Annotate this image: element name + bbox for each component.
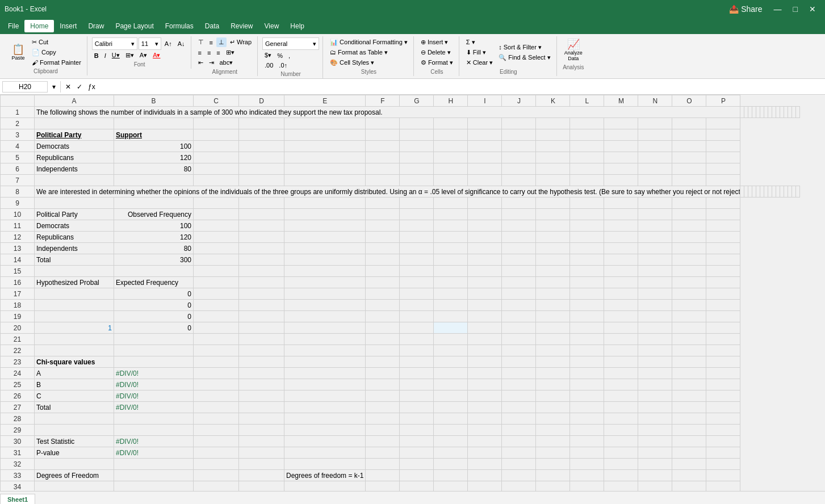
cell-H19[interactable] <box>434 311 468 322</box>
cell-B13[interactable]: 80 <box>114 243 194 254</box>
cell-B22[interactable] <box>114 345 194 356</box>
insert-button[interactable]: ⊕ Insert ▾ <box>418 37 455 47</box>
cell-M7[interactable] <box>604 175 638 186</box>
cell-B32[interactable] <box>114 459 194 470</box>
cell-N5[interactable] <box>638 152 672 163</box>
cell-A28[interactable] <box>35 413 114 425</box>
cell-C13[interactable] <box>194 243 239 254</box>
cell-D8[interactable] <box>748 186 752 198</box>
cell-C2[interactable] <box>194 118 239 129</box>
cell-L28[interactable] <box>570 413 604 425</box>
cell-P17[interactable] <box>706 288 740 300</box>
cell-F28[interactable] <box>366 413 400 425</box>
decrease-font-size-button[interactable]: A↓ <box>175 39 187 48</box>
cell-F15[interactable] <box>366 266 400 277</box>
cell-A29[interactable] <box>35 425 114 436</box>
cell-D27[interactable] <box>239 402 284 413</box>
share-button[interactable]: 📤 Share <box>725 2 767 16</box>
cell-O8[interactable] <box>792 186 796 198</box>
cell-D21[interactable] <box>239 334 284 345</box>
cell-G23[interactable] <box>400 356 434 368</box>
cell-P11[interactable] <box>706 220 740 232</box>
cell-P32[interactable] <box>706 459 740 470</box>
cell-M33[interactable] <box>604 470 638 481</box>
cell-N28[interactable] <box>638 413 672 425</box>
cell-J4[interactable] <box>502 141 536 152</box>
cell-H9[interactable] <box>434 198 468 209</box>
cell-L32[interactable] <box>570 459 604 470</box>
col-header-O[interactable]: O <box>672 95 706 107</box>
cell-F26[interactable] <box>366 390 400 402</box>
cell-B8[interactable] <box>740 186 744 198</box>
cell-L15[interactable] <box>570 266 604 277</box>
underline-button[interactable]: U▾ <box>110 51 122 60</box>
cell-D25[interactable] <box>239 379 284 390</box>
cell-D17[interactable] <box>239 288 284 300</box>
cell-P33[interactable] <box>706 470 740 481</box>
bold-button[interactable]: B <box>92 51 101 60</box>
cell-G34[interactable] <box>400 481 434 492</box>
cell-I19[interactable] <box>468 311 502 322</box>
cell-E5[interactable] <box>284 152 366 163</box>
cell-B24[interactable]: #DIV/0! <box>114 368 194 379</box>
menu-help[interactable]: Help <box>284 20 310 32</box>
cell-H2[interactable] <box>434 118 468 129</box>
cell-M19[interactable] <box>604 311 638 322</box>
cell-L13[interactable] <box>570 243 604 254</box>
cell-N18[interactable] <box>638 300 672 311</box>
cell-K11[interactable] <box>536 220 570 232</box>
cell-F7[interactable] <box>366 175 400 186</box>
cell-I11[interactable] <box>468 220 502 232</box>
cell-C25[interactable] <box>194 379 239 390</box>
cell-I31[interactable] <box>468 447 502 459</box>
cell-N9[interactable] <box>638 198 672 209</box>
cell-L14[interactable] <box>570 254 604 266</box>
cell-N24[interactable] <box>638 368 672 379</box>
cell-J18[interactable] <box>502 300 536 311</box>
cell-F21[interactable] <box>366 334 400 345</box>
cell-K23[interactable] <box>536 356 570 368</box>
cell-P7[interactable] <box>706 175 740 186</box>
cell-A33[interactable]: Degrees of Freedom <box>35 470 114 481</box>
cell-M4[interactable] <box>604 141 638 152</box>
col-header-P[interactable]: P <box>706 95 740 107</box>
cell-G29[interactable] <box>400 425 434 436</box>
decrease-indent-button[interactable]: ⇤ <box>196 58 206 68</box>
cell-B21[interactable] <box>114 334 194 345</box>
cell-C4[interactable] <box>194 141 239 152</box>
cell-E34[interactable] <box>284 481 366 492</box>
cell-F8[interactable] <box>756 186 760 198</box>
cell-H20[interactable] <box>434 322 468 334</box>
font-size-dropdown[interactable]: 11 ▾ <box>139 37 161 50</box>
cell-H17[interactable] <box>434 288 468 300</box>
cell-F30[interactable] <box>366 436 400 447</box>
cell-G27[interactable] <box>400 402 434 413</box>
cell-N6[interactable] <box>638 163 672 175</box>
cell-M25[interactable] <box>604 379 638 390</box>
cell-K13[interactable] <box>536 243 570 254</box>
cell-D9[interactable] <box>239 198 284 209</box>
menu-file[interactable]: File <box>2 20 24 32</box>
cell-I30[interactable] <box>468 436 502 447</box>
cell-J32[interactable] <box>502 459 536 470</box>
cell-P27[interactable] <box>706 402 740 413</box>
cell-J16[interactable] <box>502 277 536 288</box>
cell-G28[interactable] <box>400 413 434 425</box>
cell-E18[interactable] <box>284 300 366 311</box>
cell-M22[interactable] <box>604 345 638 356</box>
delete-button[interactable]: ⊖ Delete ▾ <box>418 48 455 57</box>
cell-L21[interactable] <box>570 334 604 345</box>
orientation-button[interactable]: abc▾ <box>217 58 236 68</box>
cell-L34[interactable] <box>570 481 604 492</box>
expand-name-box-button[interactable]: ▾ <box>50 82 58 92</box>
cell-F9[interactable] <box>366 198 400 209</box>
cell-C8[interactable] <box>744 186 748 198</box>
cell-H24[interactable] <box>434 368 468 379</box>
cell-C28[interactable] <box>194 413 239 425</box>
cell-F17[interactable] <box>366 288 400 300</box>
cell-F13[interactable] <box>366 243 400 254</box>
cell-J26[interactable] <box>502 390 536 402</box>
cell-F31[interactable] <box>366 447 400 459</box>
cell-J27[interactable] <box>502 402 536 413</box>
cell-I4[interactable] <box>468 141 502 152</box>
